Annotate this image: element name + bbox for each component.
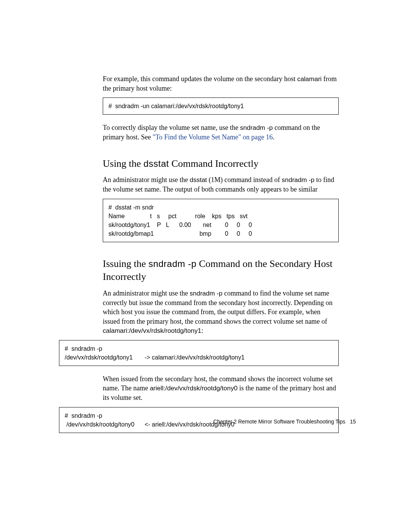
code-block-dsstat: # dsstat -m sndrName t s pct role kps tp… <box>103 199 339 243</box>
paragraph-incorrect-name: When issued from the secondary host, the… <box>103 374 339 403</box>
footer-chapter: Chapter 2 Remote Mirror Software Trouble… <box>213 419 345 425</box>
paragraph-sndradm-secondary: An administrator might use the sndradm -… <box>103 289 339 335</box>
footer-page-number: 15 <box>350 419 356 425</box>
inline-code: sndradm -p <box>282 176 314 184</box>
inline-code: dsstat <box>143 158 169 169</box>
code-line: /dev/vx/rdsk/rootdg/tony1 -> calamari:/d… <box>65 353 333 362</box>
code-line: # sndradm -p <box>65 344 333 353</box>
text: . <box>273 133 275 141</box>
link-find-volume-set[interactable]: "To Find the Volume Set Name" on page 16 <box>153 133 273 141</box>
inline-code: calamari:/dev/vx/rdsk/rootdg/tony1 <box>103 327 201 334</box>
text: An administrator might use the <box>103 176 190 184</box>
inline-code: calamari <box>297 75 322 83</box>
text: An administrator might use the <box>103 289 190 297</box>
text: Command Incorrectly <box>169 158 258 169</box>
paragraph-display-volume: To correctly display the volume set name… <box>103 123 339 142</box>
inline-code: sndradm -p <box>190 290 222 297</box>
code-block-sndradm-primary: # sndradm -p/dev/vx/rdsk/rootdg/tony1 ->… <box>59 340 339 366</box>
code-line: Name t s pct role kps tps svt <box>108 212 333 220</box>
inline-code: sndradm -p <box>240 124 273 131</box>
paragraph-dsstat: An administrator might use the dsstat (1… <box>103 175 339 194</box>
inline-code: ariell:/dev/vx/rdsk/rootdg/tony0 <box>150 385 238 392</box>
code-line: sk/rootdg/bmap1 bmp 0 0 0 <box>108 229 333 238</box>
emphasis-incorrect: incorrect <box>277 375 301 383</box>
text: Using the <box>103 158 143 169</box>
intro-paragraph: For example, this command updates the vo… <box>103 74 339 93</box>
code-line: # sndradm -un calamari:/dev/vx/rdsk/root… <box>108 103 244 109</box>
code-line: sk/rootdg/tony1 P L 0.00 net 0 0 0 <box>108 220 333 229</box>
inline-code: sndradm -p <box>148 259 196 269</box>
code-block-sndradm-un: # sndradm -un calamari:/dev/vx/rdsk/root… <box>103 97 339 115</box>
text: When issued from the secondary host, the… <box>103 375 277 383</box>
text: For example, this command updates the vo… <box>103 75 297 83</box>
text: To correctly display the volume set name… <box>103 124 240 131</box>
text: : <box>201 327 203 334</box>
text: Issuing the <box>103 258 148 269</box>
heading-dsstat-incorrectly: Using the dsstat Command Incorrectly <box>103 157 339 170</box>
inline-code: dsstat <box>190 176 207 184</box>
page-footer: Chapter 2 Remote Mirror Software Trouble… <box>213 419 356 425</box>
code-line: # dsstat -m sndr <box>108 203 333 212</box>
heading-sndradm-secondary: Issuing the sndradm -p Command on the Se… <box>103 257 339 283</box>
text: (1M) command instead of <box>207 176 282 184</box>
